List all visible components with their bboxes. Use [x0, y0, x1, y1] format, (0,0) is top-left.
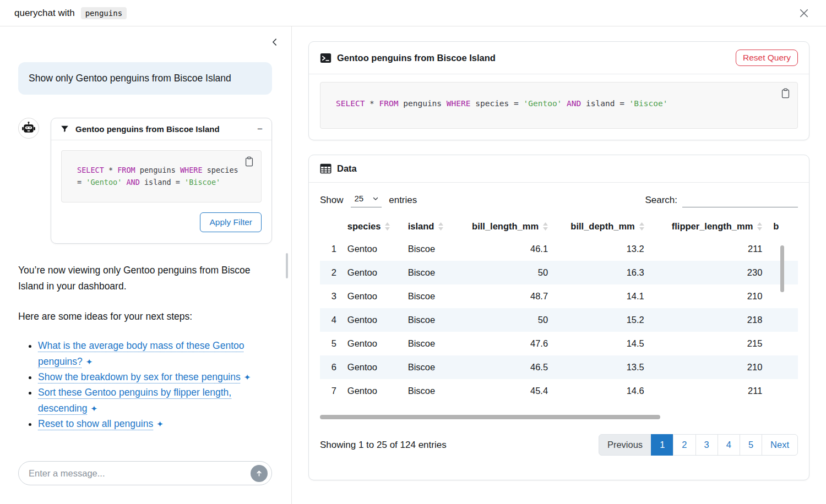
table-cell: Biscoe [403, 237, 455, 261]
sql-query: SELECT * FROM penguins WHERE species = '… [336, 97, 786, 110]
sql-query: SELECT * FROM penguins WHERE species= 'G… [77, 165, 252, 188]
table-cell: 48.7 [454, 284, 553, 308]
clipboard-icon [780, 88, 791, 98]
table-cell: 16.3 [553, 261, 650, 284]
column-header-bill_length_mm[interactable]: bill_length_mm [454, 216, 553, 237]
table-controls: Show 25 entries Search: [320, 193, 798, 207]
table-cell: 7 [320, 379, 342, 403]
page-button-next[interactable]: Next [762, 434, 798, 456]
copy-button[interactable] [243, 155, 256, 168]
entries-label: entries [389, 195, 417, 206]
chat-sidebar: Show only Gentoo penguins from Biscoe Is… [0, 26, 292, 504]
table-cell: 13.5 [553, 355, 650, 379]
table-row: 7GentooBiscoe45.414.6211 [320, 379, 798, 403]
page-button-1[interactable]: 1 [651, 434, 673, 456]
assistant-paragraph: You’re now viewing only Gentoo penguins … [18, 262, 272, 294]
app-title: querychat with [14, 8, 75, 19]
page-size-select[interactable]: 25 [351, 193, 382, 207]
sidebar-collapse-button[interactable] [268, 35, 281, 49]
table-cell: 14.5 [553, 332, 650, 355]
filter-icon [60, 124, 69, 134]
sort-icon [757, 222, 762, 231]
filter-card-header: Gentoo penguins from Biscoe Island − [51, 118, 271, 140]
page-button-3[interactable]: 3 [695, 434, 718, 456]
query-card: Gentoo penguins from Biscoe Island Reset… [308, 41, 809, 140]
column-header-flipper_length_mm[interactable]: flipper_length_mm [650, 216, 768, 237]
search-input[interactable] [682, 193, 798, 207]
table-vertical-scrollbar[interactable] [780, 245, 784, 292]
page-button-4[interactable]: 4 [718, 434, 740, 456]
table-cell: Biscoe [403, 261, 455, 284]
message-input[interactable] [29, 468, 251, 479]
column-header-species[interactable]: species [342, 216, 403, 237]
table-cell [768, 379, 798, 403]
close-button[interactable] [796, 6, 812, 21]
send-button[interactable] [251, 465, 268, 482]
chevron-left-icon [270, 37, 279, 47]
table-cell: Biscoe [403, 308, 455, 332]
table-horizontal-scrollbar[interactable] [320, 415, 660, 419]
show-label: Show [320, 195, 344, 206]
table-icon [320, 163, 332, 174]
sparkle-icon: ✦ [86, 357, 93, 366]
table-cell [768, 355, 798, 379]
table-cell: 14.1 [553, 284, 650, 308]
suggestion-link[interactable]: What is the average body mass of these G… [38, 340, 244, 366]
filter-card-title: Gentoo penguins from Biscoe Island [75, 124, 220, 134]
table-cell: 215 [650, 332, 768, 355]
column-header-bill_depth_mm[interactable]: bill_depth_mm [553, 216, 650, 237]
data-card-header: Data [309, 155, 809, 183]
table-cell: 46.5 [454, 355, 553, 379]
apply-filter-button[interactable]: Apply Filter [200, 212, 262, 232]
suggestion-item: Show the breakdown by sex for these peng… [38, 369, 272, 385]
data-table: speciesislandbill_length_mmbill_depth_mm… [320, 216, 798, 403]
page-button-5[interactable]: 5 [740, 434, 762, 456]
table-cell: Biscoe [403, 355, 455, 379]
close-icon [798, 8, 809, 19]
table-footer: Showing 1 to 25 of 124 entries Previous1… [320, 434, 798, 456]
data-card-title: Data [337, 163, 357, 174]
reset-query-button[interactable]: Reset Query [736, 50, 798, 66]
table-cell [768, 308, 798, 332]
table-cell: 14.6 [553, 379, 650, 403]
titlebar: querychat with penguins [0, 0, 826, 26]
table-cell: 5 [320, 332, 342, 355]
table-cell: 50 [454, 261, 553, 284]
sql-code-block: SELECT * FROM penguins WHERE species = '… [320, 82, 798, 129]
table-cell: 211 [650, 379, 768, 403]
sparkle-icon: ✦ [156, 419, 164, 429]
chevron-down-icon [372, 195, 379, 202]
table-cell: Gentoo [342, 355, 403, 379]
table-cell: 211 [650, 237, 768, 261]
page-button-2[interactable]: 2 [673, 434, 695, 456]
table-cell: 210 [650, 355, 768, 379]
column-header-island[interactable]: island [403, 216, 455, 237]
suggestion-link[interactable]: Reset to show all penguins [38, 418, 153, 429]
suggestion-link[interactable]: Show the breakdown by sex for these peng… [38, 371, 241, 382]
query-card-body: SELECT * FROM penguins WHERE species = '… [309, 74, 809, 140]
query-card-title: Gentoo penguins from Biscoe Island [337, 53, 496, 63]
sql-code-block: SELECT * FROM penguins WHERE species= 'G… [61, 150, 262, 202]
table-cell: 230 [650, 261, 768, 284]
copy-button[interactable] [779, 87, 792, 100]
collapse-card-button[interactable]: − [257, 124, 263, 134]
table-cell: 2 [320, 261, 342, 284]
table-cell: Gentoo [342, 379, 403, 403]
table-header-row: speciesislandbill_length_mmbill_depth_mm… [320, 216, 798, 237]
sort-icon [385, 222, 390, 231]
dataset-chip: penguins [81, 7, 127, 19]
table-cell: Gentoo [342, 237, 403, 261]
column-header [320, 216, 342, 237]
assistant-message: Gentoo penguins from Biscoe Island − SEL… [18, 118, 272, 244]
table-cell: Gentoo [342, 261, 403, 284]
table-row: 2GentooBiscoe5016.3230 [320, 261, 798, 284]
data-table-container: speciesislandbill_length_mmbill_depth_mm… [320, 216, 798, 423]
suggestion-link[interactable]: Sort these Gentoo penguins by flipper le… [38, 387, 231, 413]
message-input-bar [18, 461, 272, 485]
sidebar-scrollbar[interactable] [286, 253, 288, 278]
table-cell: 45.4 [454, 379, 553, 403]
arrow-up-icon [255, 469, 263, 478]
table-cell: 1 [320, 237, 342, 261]
sort-icon [543, 222, 548, 231]
query-card-header: Gentoo penguins from Biscoe Island Reset… [309, 42, 809, 74]
